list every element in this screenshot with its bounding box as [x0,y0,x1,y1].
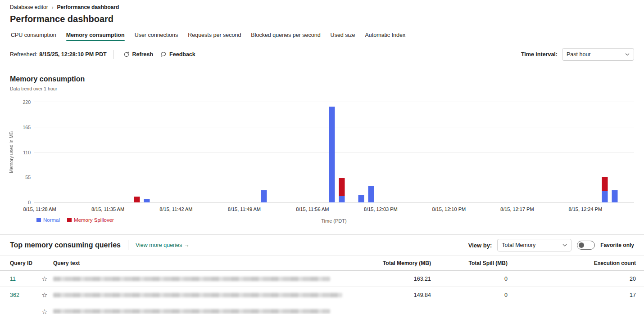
x-tick-label: 8/15, 11:42 AM [159,206,192,212]
table-row[interactable]: 362 ☆ 149.84 0 17 [0,287,644,303]
query-text-blurred [53,309,330,314]
x-tick-label: 8/15, 12:24 PM [568,206,602,212]
time-interval-value: Past hour [567,51,591,58]
view-by-label: View by: [468,242,492,249]
feedback-button-label: Feedback [169,51,195,58]
y-axis-labels: 055110165220 [16,102,31,202]
column-header-total-memory: Total Memory (MB) [354,260,431,266]
query-id-link[interactable]: 362 [10,292,36,298]
toolbar: Refreshed: 8/15/25, 12:28:10 PM PDT Refr… [0,47,644,62]
refresh-icon [123,51,130,58]
execution-count-cell: 17 [508,292,636,298]
favorite-star-icon[interactable]: ☆ [36,275,53,282]
chart-bar-segment [368,186,374,202]
column-header-query-id: Query ID [10,260,36,266]
y-tick-label: 0 [28,200,31,205]
table-header-row: Query ID Query text Total Memory (MB) To… [0,256,644,271]
x-tick-label: 8/15, 12:03 PM [364,206,398,212]
chart-section-title: Memory consumption [0,75,644,83]
top-queries-header: Top memory consuming queries View more q… [0,235,644,256]
tab-cpu-consumption[interactable]: CPU consumption [6,29,61,43]
table-row-partial[interactable]: ☆ [0,303,644,314]
column-header-total-spill: Total Spill (MB) [431,260,508,266]
execution-count-cell: 20 [508,276,636,282]
x-axis-labels: 8/15, 11:28 AM8/15, 11:35 AM8/15, 11:42 … [40,206,634,214]
tab-requests-per-second[interactable]: Requests per second [183,29,246,43]
chart-bar-segment [358,195,364,202]
view-by-dropdown[interactable]: Total Memory [497,239,571,251]
x-axis-title: Time (PDT) [34,218,634,224]
chart-bar-segment [261,190,267,202]
favorite-only-label: Favorite only [600,242,634,248]
x-tick-label: 8/15, 12:17 PM [500,206,534,212]
favorite-star-icon[interactable]: ☆ [36,292,53,298]
y-tick-label: 55 [25,175,31,180]
chart-bar-segment [602,191,608,202]
toolbar-divider [113,50,113,59]
chart-bar-segment [339,196,345,202]
chart-bar-segment [144,199,150,202]
breadcrumb-chevron-icon: › [52,4,54,10]
y-axis-title: Memory used in MB [8,102,14,202]
chart-section-subtitle: Data trend over 1 hour [0,86,644,91]
breadcrumb-item-database-editor[interactable]: Database editor [10,4,48,10]
y-tick-label: 110 [23,150,31,155]
x-tick-label: 8/15, 11:35 AM [91,206,124,212]
chevron-down-icon [562,244,567,247]
tab-blocked-queries-per-second[interactable]: Blocked queries per second [246,29,325,43]
tab-bar: CPU consumption Memory consumption User … [0,29,644,43]
time-interval-label: Time interval: [521,51,558,58]
total-memory-cell: 149.84 [354,292,431,298]
header-divider [128,240,128,250]
time-interval-dropdown[interactable]: Past hour [562,48,634,61]
breadcrumb-item-performance-dashboard[interactable]: Performance dashboard [57,4,119,10]
favorite-star-icon[interactable]: ☆ [36,308,53,314]
total-spill-cell: 0 [431,292,508,298]
total-spill-cell: 0 [431,276,508,282]
tab-automatic-index[interactable]: Automatic Index [360,29,411,43]
top-queries-table: Query ID Query text Total Memory (MB) To… [0,256,644,314]
top-queries-title: Top memory consuming queries [10,241,121,249]
chevron-down-icon [625,53,630,56]
chart-bar-segment [134,197,140,202]
view-more-queries-label: View more queries [136,242,182,248]
column-header-query-text: Query text [53,260,354,266]
chart-bar-segment [612,190,617,202]
y-tick-label: 165 [23,125,31,130]
y-tick-label: 220 [23,99,31,105]
memory-consumption-chart: Memory used in MB 055110165220 8/15, 11:… [10,99,634,225]
tab-user-connections[interactable]: User connections [130,29,183,43]
x-tick-label: 8/15, 11:49 AM [228,206,261,212]
refreshed-timestamp: 8/15/25, 12:28:10 PM PDT [39,51,106,58]
view-more-queries-link[interactable]: View more queries → [136,242,190,248]
refreshed-label: Refreshed: [10,51,37,58]
x-tick-label: 8/15, 11:56 AM [296,206,329,212]
chart-bar-segment [602,177,608,190]
table-row[interactable]: 11 ☆ 163.21 0 20 [0,271,644,287]
breadcrumb: Database editor › Performance dashboard [0,0,644,10]
page-title: Performance dashboard [0,14,644,24]
chart-footer: Normal Memory Spillover Time (PDT) [34,217,634,225]
chart-bar-segment [339,178,345,196]
query-text-blurred [53,277,330,281]
column-header-execution-count: Execution count [508,260,636,266]
total-memory-cell: 163.21 [354,276,431,282]
tab-memory-consumption[interactable]: Memory consumption [61,29,130,43]
chart-bars-layer [40,102,634,202]
x-tick-label: 8/15, 11:28 AM [23,206,56,212]
favorite-only-toggle[interactable] [577,241,595,250]
feedback-icon [160,51,167,58]
refresh-button[interactable]: Refresh [120,49,157,59]
view-by-value: Total Memory [502,242,535,248]
toggle-knob [579,242,584,248]
chart-bar-segment [329,107,335,202]
refresh-button-label: Refresh [132,51,154,58]
x-tick-label: 8/15, 12:10 PM [432,206,466,212]
query-id-link[interactable]: 11 [10,276,36,282]
arrow-right-icon: → [184,242,190,248]
query-text-blurred [53,293,342,297]
tab-used-size[interactable]: Used size [326,29,360,43]
feedback-button[interactable]: Feedback [157,49,199,59]
